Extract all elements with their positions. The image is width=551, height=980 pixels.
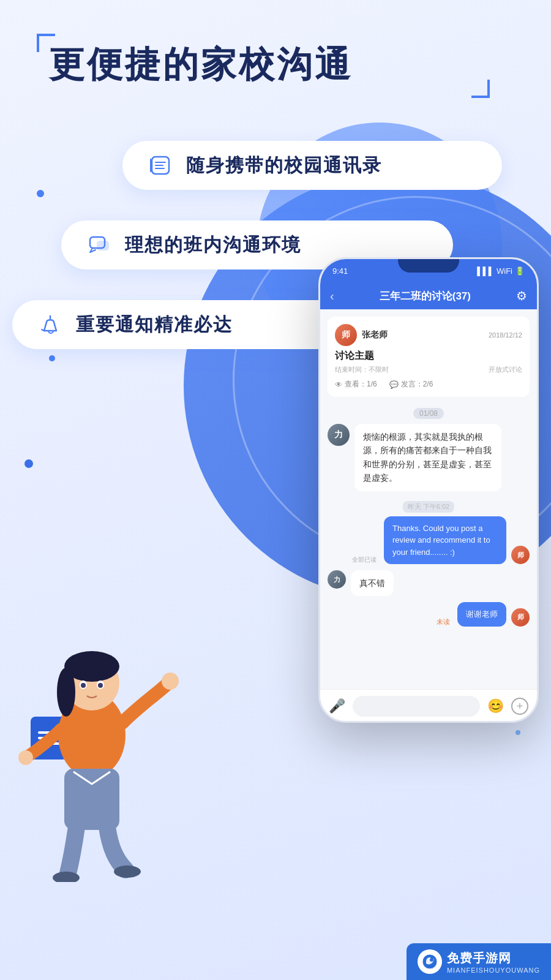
ali-short-bubble: 真不错 — [351, 570, 394, 596]
unread-label: 未读 — [437, 617, 450, 627]
ali-avatar: 力 — [328, 424, 350, 446]
chat-title: 三年二班的讨论(37) — [380, 289, 471, 303]
ali-msg-bubble: 烦恼的根源，其实就是我执的根源，所有的痛苦都来自于一种自我和世界的分别，甚至是虚… — [354, 424, 501, 491]
chat-icon-small: 💬 — [389, 380, 399, 389]
phone-frame: 9:41 ▌▌▌ WiFi 🔋 ‹ 三年二班的讨论(37) ⚙ 师 张老师 20… — [318, 257, 539, 723]
sender-avatar-right-2: 师 — [511, 608, 530, 627]
msg-header: 师 张老师 2018/12/12 — [335, 324, 522, 346]
chat-icon — [86, 232, 113, 258]
svg-point-13 — [98, 683, 103, 688]
battery-icon: 🔋 — [515, 266, 525, 276]
dot-3 — [49, 355, 55, 361]
view-stat: 👁 查看：1/6 — [335, 379, 377, 390]
unread-bubble: 谢谢老师 — [457, 602, 506, 627]
msg-meta: 结束时间：不限时 开放式讨论 — [335, 365, 522, 374]
right-msg-english: 全部已读 Thanks. Could you post a review and… — [328, 516, 530, 565]
feature-pill-contacts: 随身携带的校园通讯录 — [122, 141, 502, 190]
status-time: 9:41 — [332, 266, 348, 276]
svg-point-15 — [18, 750, 33, 765]
svg-point-12 — [81, 683, 86, 688]
ali-left-msg: 力 烦恼的根源，其实就是我执的根源，所有的痛苦都来自于一种自我和世界的分别，甚至… — [328, 424, 530, 491]
dot-4 — [24, 459, 33, 468]
emoji-icon[interactable]: 😊 — [487, 698, 504, 714]
wifi-icon: WiFi — [497, 266, 512, 276]
teacher-avatar: 师 — [335, 324, 357, 346]
svg-rect-5 — [97, 241, 108, 250]
main-title: 更便捷的家校沟通 — [49, 43, 353, 86]
chat-input-bar: 🎤 😊 + — [320, 689, 537, 723]
chat-input-field[interactable] — [353, 696, 480, 717]
watermark: 免费手游网 MIANFEISHOUYOUWANG — [407, 943, 551, 980]
title-bracket-br — [471, 80, 490, 98]
phone-notch — [398, 259, 459, 273]
send-stat: 💬 发言：2/6 — [389, 379, 433, 390]
chat-content: 师 张老师 2018/12/12 讨论主题 结束时间：不限时 开放式讨论 👁 查… — [320, 309, 537, 689]
time-divider: 昨天 下午6:02 — [403, 501, 454, 513]
right-unread-msg: 未读 谢谢老师 师 — [328, 602, 530, 627]
plus-icon[interactable]: + — [511, 698, 528, 715]
phone-container: 9:41 ▌▌▌ WiFi 🔋 ‹ 三年二班的讨论(37) ⚙ 师 张老师 20… — [318, 257, 539, 723]
chat-header: ‹ 三年二班的讨论(37) ⚙ — [320, 282, 537, 309]
gear-icon[interactable]: ⚙ — [516, 288, 527, 303]
view-count: 查看：1/6 — [345, 379, 377, 390]
svg-point-18 — [114, 865, 141, 878]
watermark-text-container: 免费手游网 MIANFEISHOUYOUWANG — [447, 950, 540, 974]
msg-topic: 讨论主题 — [335, 350, 522, 363]
ali-short-msg: 力 真不错 — [328, 570, 530, 596]
ali-avatar-2: 力 — [328, 570, 346, 589]
discussion-type: 开放式讨论 — [489, 365, 522, 374]
svg-point-14 — [162, 673, 179, 690]
send-count: 发言：2/6 — [401, 379, 433, 390]
teacher-msg-card: 师 张老师 2018/12/12 讨论主题 结束时间：不限时 开放式讨论 👁 查… — [328, 317, 530, 397]
read-status: 全部已读 — [352, 556, 377, 564]
feature-contacts-text: 随身携带的校园通讯录 — [186, 153, 382, 178]
teacher-name: 张老师 — [362, 330, 388, 341]
watermark-logo — [418, 949, 442, 974]
dot-1 — [37, 190, 44, 197]
sender-avatar-right: 师 — [511, 546, 530, 564]
msg-date: 2018/12/12 — [489, 331, 522, 339]
svg-point-20 — [430, 958, 433, 962]
right-bubble: Thanks. Could you post a review and reco… — [384, 516, 506, 565]
back-arrow-icon[interactable]: ‹ — [330, 289, 334, 303]
watermark-sub-text: MIANFEISHOUYOUWANG — [447, 967, 540, 974]
end-time: 结束时间：不限时 — [335, 365, 389, 374]
feature-notice-text: 重要通知精准必达 — [76, 312, 233, 337]
feature-class-text: 理想的班内沟通环境 — [125, 233, 301, 258]
voice-icon[interactable]: 🎤 — [329, 698, 345, 714]
dot-6 — [515, 730, 520, 735]
contacts-icon — [147, 152, 174, 179]
svg-point-9 — [57, 668, 75, 717]
date-divider: 01/08 — [413, 408, 444, 419]
eye-icon: 👁 — [335, 380, 342, 389]
person-illustration — [0, 637, 184, 882]
msg-stats: 👁 查看：1/6 💬 发言：2/6 — [335, 379, 522, 390]
watermark-main-text: 免费手游网 — [447, 950, 540, 967]
signal-icon: ▌▌▌ — [477, 266, 494, 276]
notice-icon — [37, 311, 64, 338]
